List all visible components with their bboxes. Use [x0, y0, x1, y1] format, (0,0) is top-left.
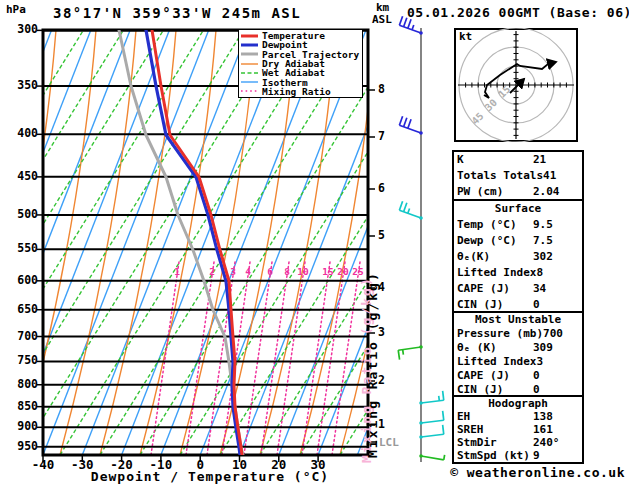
panel-row-label: K	[457, 152, 533, 168]
panel-row-value: 21	[533, 152, 546, 168]
wind-barb	[399, 201, 422, 220]
panel-row: Pressure (mb)700	[454, 327, 582, 341]
panel-row-label: SREH	[457, 423, 533, 436]
panel-row-value: 3	[536, 355, 543, 369]
wind-barb	[399, 116, 422, 135]
panel-box-surface: SurfaceTemp (°C)9.5Dewp (°C)7.5θₑ(K)302L…	[452, 199, 584, 315]
pressure-tick-label: 400	[4, 128, 38, 140]
km-tick-label: 8	[378, 84, 385, 96]
panel-row-label: CAPE (J)	[457, 281, 533, 297]
panel-row: StmSpd (kt)9	[454, 449, 582, 462]
mixing-ratio-line	[317, 262, 345, 455]
mixing-ratio-label: 10	[294, 267, 312, 277]
pressure-tick-label: 600	[4, 275, 38, 287]
mixing-ratio-label: 1	[168, 267, 186, 277]
pressure-tick-label: 300	[4, 24, 38, 36]
lcl-label: LCL	[379, 437, 399, 448]
panel-row: θₑ (K)309	[454, 341, 582, 355]
legend-swatch-parcel-trajectory	[241, 51, 258, 57]
panel-row: SREH161	[454, 423, 582, 436]
dry-adiabat-line	[380, 30, 456, 455]
mixing-ratio-line	[186, 262, 214, 455]
wind-barb	[419, 454, 444, 460]
panel-row: Lifted Index3	[454, 355, 582, 369]
panel-row: CAPE (J)0	[454, 369, 582, 383]
panel-box-indices: K21Totals Totals41PW (cm)2.04	[452, 150, 584, 202]
km-unit-label: km	[376, 2, 389, 13]
legend-label: Mixing Ratio	[262, 86, 331, 97]
km-tick-label: 7	[378, 131, 385, 143]
mixing-ratio-label: 2	[203, 267, 221, 277]
panel-row-label: θₑ (K)	[457, 341, 533, 355]
panel-row: Temp (°C)9.5	[454, 217, 582, 233]
legend-box: TemperatureDewpointParcel TrajectoryDry …	[238, 29, 363, 98]
panel-row-label: Pressure (mb)	[457, 327, 543, 341]
pressure-tick-label: 850	[4, 401, 38, 413]
skewt-sounding-page: hPa 38°17'N 359°33'W 245m ASL km ASL 05.…	[0, 0, 629, 486]
panel-row-value: 34	[533, 281, 546, 297]
panel-row-label: CAPE (J)	[457, 369, 533, 383]
panel-row-value: 138	[533, 410, 553, 423]
panel-row: EH138	[454, 410, 582, 423]
panel-section-header: Surface	[454, 201, 582, 217]
pressure-tick-label: 950	[4, 441, 38, 453]
mixing-ratio-label: 4	[239, 267, 257, 277]
hodograph-unit-label: kt	[459, 31, 472, 42]
panel-row-value: 161	[533, 423, 553, 436]
panel-box-hodograph: HodographEH138SREH161StmDir240°StmSpd (k…	[452, 395, 584, 464]
legend-swatch-dry-adiabat	[241, 61, 258, 67]
panel-row-value: 7.5	[533, 233, 553, 249]
panel-section-header: Most Unstable	[454, 313, 582, 327]
panel-row: Dewp (°C)7.5	[454, 233, 582, 249]
panel-row-label: PW (cm)	[457, 184, 533, 200]
pressure-tick-label: 650	[4, 304, 38, 316]
mixing-ratio-line	[151, 262, 179, 455]
panel-row: StmDir240°	[454, 436, 582, 449]
mixing-ratio-label: 6	[261, 267, 279, 277]
wind-barb	[419, 391, 444, 405]
wet-adiabat-line	[0, 30, 4, 455]
pressure-unit-label: hPa	[6, 4, 26, 15]
panel-row: CAPE (J)34	[454, 281, 582, 297]
panel-row: θₑ(K)302	[454, 249, 582, 265]
pressure-tick-label: 750	[4, 355, 38, 367]
pressure-tick-label: 500	[4, 209, 38, 221]
panel-row-value: 240°	[533, 436, 560, 449]
panel-row-label: StmSpd (kt)	[457, 449, 533, 462]
panel-row-label: Dewp (°C)	[457, 233, 533, 249]
panel-row-value: 41	[543, 168, 556, 184]
pressure-tick-label: 900	[4, 421, 38, 433]
pressure-tick-label: 450	[4, 171, 38, 183]
panel-row-label: Lifted Index	[457, 355, 536, 369]
copyright-label: © weatheronline.co.uk	[450, 466, 625, 479]
panel-row-label: Temp (°C)	[457, 217, 533, 233]
legend-swatch-dewpoint	[241, 42, 258, 48]
wind-barb	[419, 411, 444, 425]
pressure-tick-label: 350	[4, 80, 38, 92]
panel-row-value: 2.04	[533, 184, 560, 200]
wind-barb	[419, 425, 444, 439]
x-axis-title: Dewpoint / Temperature (°C)	[60, 470, 360, 483]
panel-row-label: EH	[457, 410, 533, 423]
panel-row-value: 0	[533, 369, 540, 383]
legend-swatch-temperature	[241, 33, 258, 39]
panel-row-value: 700	[543, 327, 563, 341]
pressure-tick-label: 550	[4, 243, 38, 255]
mixing-ratio-line	[302, 262, 330, 455]
panel-row-value: 8	[536, 265, 543, 281]
panel-row: Totals Totals41	[454, 168, 582, 184]
wind-barb	[398, 345, 423, 359]
panel-row: Lifted Index8	[454, 265, 582, 281]
legend-swatch-wet-adiabat	[241, 70, 258, 76]
asl-unit-label: ASL	[372, 14, 392, 25]
panel-box-most-unstable: Most UnstablePressure (mb)700θₑ (K)309Li…	[452, 311, 584, 399]
mixing-ratio-line	[277, 262, 305, 455]
panel-row-value: 309	[533, 341, 553, 355]
km-tick-label: 5	[378, 230, 385, 242]
panel-section-header: Hodograph	[454, 397, 582, 410]
panel-row-value: 9.5	[533, 217, 553, 233]
hodograph: 153045	[454, 28, 578, 142]
mixing-axis-title: Mixing Ratio (g/kg)	[365, 271, 380, 458]
pressure-tick-label: 800	[4, 379, 38, 391]
station-title: 38°17'N 359°33'W 245m ASL	[53, 6, 301, 20]
